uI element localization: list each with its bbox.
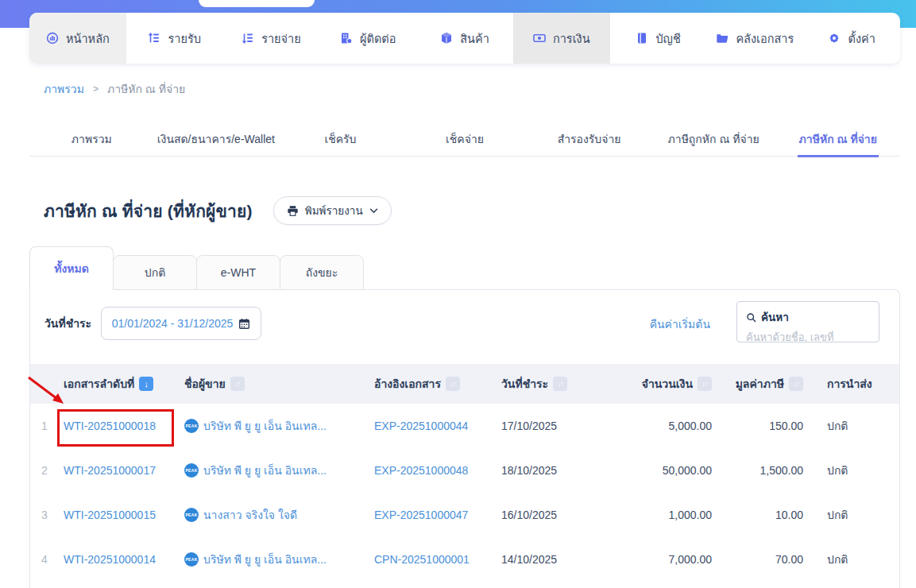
- tab-wht-paid[interactable]: ภาษีหัก ณ ที่จ่าย: [775, 119, 900, 156]
- supplier-cell: PEAK บริษัท พี ยู ยู เอ็น อินเทล...: [178, 417, 371, 435]
- search-label-row: ค้นหา: [746, 308, 870, 326]
- accounting-icon: [636, 32, 648, 44]
- reference-link[interactable]: CPN-20251000001: [374, 553, 470, 566]
- supplier-link[interactable]: บริษัท พี ยู ยู เอ็น อินเทล...: [203, 551, 327, 568]
- sort-icon[interactable]: ↓↑: [698, 377, 712, 391]
- print-report-label: พิมพ์รายงาน: [305, 202, 363, 219]
- column-reference-document: อ้างอิงเอกสาร ↓↑: [371, 375, 498, 393]
- filter-tab-normal[interactable]: ปกติ: [113, 255, 197, 290]
- tax-amount: 70.00: [717, 553, 808, 566]
- column-tax-value: มูลค่าภาษี ↓↑: [717, 375, 808, 393]
- reference-link[interactable]: EXP-20251000048: [374, 464, 468, 477]
- sort-icon[interactable]: ↓↑: [789, 377, 803, 391]
- documents-icon: [716, 32, 729, 44]
- nav-item-finance[interactable]: การเงิน: [513, 13, 610, 64]
- search-input[interactable]: ค้นหา ค้นหาด้วยชื่อ, เลขที่: [736, 301, 879, 342]
- section-tabs: ภาพรวม เงินสด/ธนาคาร/e-Wallet เช็ครับ เช…: [29, 119, 900, 157]
- nav-label: รายจ่าย: [261, 29, 301, 48]
- reference-link[interactable]: EXP-20251000047: [374, 509, 468, 521]
- document-link[interactable]: WTI-20251000017: [64, 464, 156, 477]
- tab-overview[interactable]: ภาพรวม: [29, 119, 154, 156]
- supplier-link[interactable]: บริษัท พี ยู ยู เอ็น อินเทล...: [203, 417, 327, 435]
- tab-cheque-received[interactable]: เช็ครับ: [278, 119, 403, 156]
- row-number: 3: [30, 509, 59, 521]
- peak-avatar: PEAK: [184, 419, 199, 433]
- column-payment-date: วันที่ชำระ ↓↑: [498, 375, 601, 393]
- peak-avatar: PEAK: [184, 552, 199, 567]
- date-range-value: 01/01/2024 - 31/12/2025: [112, 317, 234, 330]
- breadcrumb-overview-link[interactable]: ภาพรวม: [44, 80, 84, 98]
- dashboard-icon: [46, 32, 59, 44]
- nav-item-accounting[interactable]: บัญชี: [610, 13, 707, 64]
- tab-cash-bank-ewallet[interactable]: เงินสด/ธนาคาร/e-Wallet: [154, 119, 279, 156]
- peak-avatar: PEAK: [184, 463, 199, 478]
- document-link[interactable]: WTI-20251000018: [64, 420, 156, 432]
- table-row: 2 WTI-20251000017 PEAK บริษัท พี ยู ยู เ…: [30, 448, 899, 493]
- payment-date: 14/10/2025: [498, 553, 601, 566]
- supplier-link[interactable]: นางสาว จริงใจ ใจดี: [203, 506, 297, 524]
- nav-item-income[interactable]: รายรับ: [126, 13, 223, 64]
- sort-descending-icon[interactable]: ↓: [139, 377, 153, 391]
- page-title: ภาษีหัก ณ ที่จ่าย (ที่หักผู้ขาย): [44, 198, 253, 224]
- nav-item-documents[interactable]: คลังเอกสาร: [706, 13, 803, 64]
- peak-avatar: PEAK: [184, 508, 199, 522]
- expense-icon: [242, 32, 254, 44]
- content-panel: วันที่ชำระ 01/01/2024 - 31/12/2025 คืนค่…: [29, 289, 900, 588]
- tab-reserve[interactable]: สำรองรับจ่าย: [527, 119, 651, 156]
- filter-tab-trash[interactable]: ถังขยะ: [280, 255, 364, 290]
- print-report-button[interactable]: พิมพ์รายงาน: [273, 196, 392, 225]
- column-amount: จำนวนเงิน ↓↑: [601, 375, 717, 393]
- sort-icon[interactable]: ↓↑: [446, 377, 460, 391]
- nav-label: สินค้า: [460, 29, 489, 48]
- sort-icon[interactable]: ↓↑: [230, 377, 245, 391]
- supplier-cell: PEAK บริษัท พี ยู ยู เอ็น อินเทล...: [178, 551, 371, 568]
- tax-amount: 150.00: [717, 420, 808, 432]
- nav-item-contacts[interactable]: ผู้ติดต่อ: [319, 13, 416, 64]
- tax-amount: 10.00: [717, 509, 808, 521]
- reset-defaults-link[interactable]: คืนค่าเริ่มต้น: [650, 315, 710, 333]
- nav-label: หน้าหลัก: [66, 29, 110, 48]
- tax-amount: 1,500.00: [717, 464, 808, 477]
- sort-icon[interactable]: ↓↑: [553, 377, 567, 391]
- supplier-link[interactable]: บริษัท พี ยู ยู เอ็น อินเทล...: [203, 462, 327, 479]
- reference-link[interactable]: EXP-20251000044: [374, 420, 468, 432]
- table-header: เอกสารลำดับที่ ↓ ชื่อผู้ขาย ↓↑ อ้างอิงเอ…: [30, 364, 899, 404]
- search-icon: [746, 312, 756, 323]
- main-navigation: หน้าหลัก รายรับ รายจ่าย ผู้ติดต่อ สินค้า…: [29, 13, 900, 64]
- breadcrumb: ภาพรวม > ภาษีหัก ณ ที่จ่าย: [44, 80, 185, 98]
- payment-date: 16/10/2025: [498, 509, 601, 521]
- table-row: 4 WTI-20251000014 PEAK บริษัท พี ยู ยู เ…: [30, 537, 899, 582]
- nav-item-products[interactable]: สินค้า: [416, 13, 513, 64]
- nav-item-settings[interactable]: ตั้งค่า: [803, 13, 900, 64]
- filter-tab-all[interactable]: ทั้งหมด: [29, 246, 114, 290]
- submission-type: ปกติ: [808, 417, 899, 435]
- submission-type: ปกติ: [808, 462, 899, 479]
- column-document-number: เอกสารลำดับที่ ↓: [59, 375, 178, 393]
- nav-item-home[interactable]: หน้าหลัก: [29, 13, 126, 64]
- table-body: 1 WTI-20251000018 PEAK บริษัท พี ยู ยู เ…: [30, 404, 899, 582]
- income-icon: [148, 32, 160, 44]
- document-link[interactable]: WTI-20251000015: [64, 509, 156, 521]
- payment-date: 18/10/2025: [498, 464, 601, 477]
- supplier-cell: PEAK นางสาว จริงใจ ใจดี: [178, 506, 371, 524]
- filter-tab-ewht[interactable]: e-WHT: [196, 255, 280, 290]
- tab-wht-deducted[interactable]: ภาษีถูกหัก ณ ที่จ่าย: [651, 119, 776, 156]
- row-number: 1: [30, 420, 59, 432]
- search-label: ค้นหา: [761, 308, 789, 326]
- date-range-input[interactable]: 01/01/2024 - 31/12/2025: [101, 307, 261, 340]
- document-link[interactable]: WTI-20251000014: [64, 553, 156, 566]
- amount: 5,000.00: [601, 420, 717, 432]
- calendar-icon: [238, 318, 250, 330]
- amount: 7,000.00: [601, 553, 717, 566]
- nav-item-expense[interactable]: รายจ่าย: [223, 13, 320, 64]
- amount: 50,000.00: [601, 464, 717, 477]
- date-filter: วันที่ชำระ 01/01/2024 - 31/12/2025: [44, 307, 261, 340]
- tab-cheque-paid[interactable]: เช็คจ่าย: [403, 119, 528, 156]
- contacts-icon: [340, 32, 353, 44]
- chevron-down-icon: [369, 208, 378, 214]
- row-number: 2: [30, 464, 59, 477]
- column-supplier-name: ชื่อผู้ขาย ↓↑: [178, 375, 371, 393]
- table-row: 1 WTI-20251000018 PEAK บริษัท พี ยู ยู เ…: [30, 404, 899, 448]
- top-cutoff-panel: [199, 0, 315, 7]
- nav-label: บัญชี: [655, 29, 680, 48]
